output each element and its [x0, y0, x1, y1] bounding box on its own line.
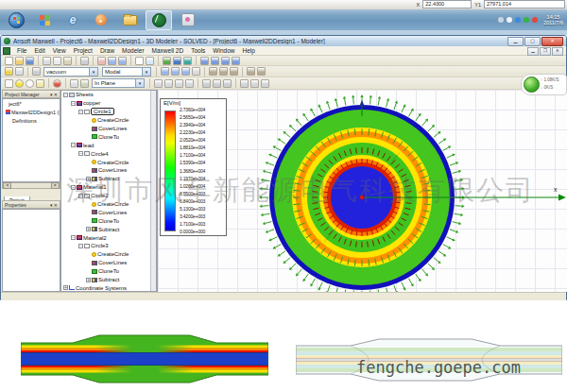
scroll-left-button[interactable]: ◂ — [3, 182, 11, 189]
tree-item-createcircle[interactable]: CreateCircle — [61, 200, 156, 209]
language-indicator[interactable] — [498, 17, 504, 23]
new-file-button[interactable] — [5, 57, 13, 65]
panel-header-buttons[interactable]: ▾ ✕ — [50, 92, 58, 97]
volume-icon[interactable] — [507, 17, 512, 23]
ansoft-maxwell-icon[interactable] — [146, 10, 172, 30]
tree-scrollbar[interactable] — [150, 91, 156, 291]
view-orient-button[interactable] — [202, 79, 211, 88]
menu-draw[interactable]: Draw — [96, 47, 118, 54]
folder-explorer-icon[interactable] — [117, 11, 142, 29]
boolean-subtract-button[interactable] — [173, 57, 181, 65]
plane-combobox[interactable]: In Plane▾ — [92, 78, 145, 88]
mesh-view-button[interactable] — [32, 67, 41, 76]
expander-icon[interactable]: − — [78, 194, 83, 198]
align-y-button[interactable] — [171, 67, 180, 76]
windows-colors-app-icon[interactable] — [32, 11, 57, 29]
grid-xz-button[interactable] — [261, 79, 269, 88]
tree-item-sheets[interactable]: −Sheets — [61, 91, 156, 99]
field-legend[interactable]: E[V/m] 2.7360e+0042.5650e+0042.3940e+004… — [160, 98, 227, 236]
expander-icon[interactable]: − — [78, 151, 83, 156]
delete-button[interactable] — [97, 57, 106, 65]
internet-explorer-icon[interactable]: e — [60, 11, 85, 29]
zoom-fit-button[interactable] — [146, 57, 154, 65]
tree-item-coverlines[interactable]: CoverLines — [61, 208, 156, 216]
field-calc-button[interactable] — [257, 67, 266, 76]
draw-ellipse-button[interactable] — [26, 79, 34, 88]
chevron-down-icon[interactable]: ▾ — [142, 68, 150, 76]
draw-circle-button[interactable] — [15, 79, 24, 88]
tree-item-circle3[interactable]: −Circle3 — [61, 242, 156, 250]
open-file-button[interactable] — [15, 57, 24, 65]
menu-file[interactable]: File — [13, 47, 30, 54]
paint-tool-icon[interactable] — [176, 11, 200, 29]
cut-button[interactable] — [43, 57, 51, 65]
solve-setup-button[interactable] — [209, 67, 217, 76]
undo-button[interactable] — [108, 57, 116, 65]
align-z-button[interactable] — [181, 67, 190, 76]
network-icon[interactable] — [515, 17, 521, 23]
properties-header[interactable]: Properties ▾ ✕ — [2, 200, 60, 209]
taskbar-clock[interactable]: 14:15 2011/7/6 — [543, 14, 563, 26]
tree-item-lead[interactable]: −lead — [61, 141, 156, 149]
panel-header-buttons[interactable]: ▾ ✕ — [50, 202, 58, 208]
net-speed-widget[interactable]: ↑ 1.08K/S ↓ 0K/S — [521, 74, 567, 95]
expander-icon[interactable]: − — [71, 143, 76, 147]
whats-this-button[interactable] — [15, 67, 24, 76]
arc-tool-button[interactable] — [211, 57, 219, 65]
tree-item-material2[interactable]: −Material2 — [61, 233, 156, 242]
tree-item-createcircle[interactable]: CreateCircle — [61, 158, 156, 166]
expander-icon[interactable]: + — [63, 285, 68, 290]
menu-maxwell-2d[interactable]: Maxwell 2D — [148, 47, 188, 54]
project-tree-item[interactable]: Maxwell2DDesign1 (E.. — [3, 108, 60, 116]
spline-tool-button[interactable] — [221, 57, 230, 65]
boolean-unite-button[interactable] — [163, 57, 171, 65]
solve-inside-button[interactable] — [219, 67, 228, 76]
minimize-button[interactable]: ▁ — [507, 37, 524, 46]
tree-item-createcircle[interactable]: CreateCircle — [61, 116, 156, 125]
copy-button[interactable] — [53, 57, 61, 65]
circle-tool-button[interactable] — [232, 57, 240, 65]
expander-icon[interactable]: + — [86, 227, 91, 231]
align-off-button[interactable] — [192, 67, 200, 76]
line-tool-button[interactable] — [200, 57, 209, 65]
tree-item-cloneto[interactable]: CloneTo — [61, 267, 156, 276]
tree-item-cloneto[interactable]: CloneTo — [61, 216, 156, 225]
stop-solve-button[interactable] — [53, 79, 61, 88]
media-player-icon[interactable]: ▸ — [89, 11, 113, 29]
expander-icon[interactable]: − — [63, 93, 68, 97]
speed-ball-icon[interactable] — [524, 77, 540, 93]
project-tree-item[interactable]: Definitions — [3, 116, 60, 125]
tree-item-subtract[interactable]: +Subtract — [61, 225, 156, 233]
snap-vertex-button[interactable] — [164, 79, 173, 88]
expander-icon[interactable]: + — [86, 278, 91, 282]
close-button[interactable]: ✕ — [541, 37, 563, 46]
expander-icon[interactable]: − — [71, 101, 76, 106]
solution-combobox[interactable]: Modal▾ — [102, 67, 151, 77]
modeler-viewport[interactable]: x E[V/m] 2.7360e+0042.5650e+0042.3940e+0… — [157, 90, 567, 292]
align-x-button[interactable] — [161, 67, 169, 76]
boolean-intersect-button[interactable] — [183, 57, 192, 65]
field-overlay-button[interactable] — [247, 67, 255, 76]
tree-item-coverlines[interactable]: CoverLines — [61, 125, 156, 133]
chevron-down-icon[interactable]: ▾ — [89, 68, 97, 76]
save-file-button[interactable] — [26, 57, 34, 65]
maximize-button[interactable]: ▢ — [524, 37, 541, 46]
paste-button[interactable] — [63, 57, 72, 65]
mdi-restore-button[interactable]: ❐ — [540, 47, 551, 56]
tree-item-material1[interactable]: −Material1 — [61, 183, 156, 192]
view-rotate-button[interactable] — [213, 79, 221, 88]
tree-item-createcircle[interactable]: CreateCircle — [61, 250, 156, 259]
mesh-ops-button[interactable] — [230, 67, 238, 76]
tree-item-circle4[interactable]: −Circle4 — [61, 149, 156, 158]
chevron-down-icon[interactable]: ▾ — [135, 79, 144, 87]
title-bar[interactable]: Ansoft Maxwell - Project6 - Maxwell2DDes… — [1, 36, 566, 46]
expander-icon[interactable]: − — [78, 244, 83, 248]
redo-button[interactable] — [118, 57, 127, 65]
project-tree-item[interactable]: ject6* — [3, 99, 60, 108]
antivirus-green-icon[interactable] — [524, 17, 529, 23]
draw-polyline-button[interactable] — [36, 79, 44, 88]
scroll-right-button[interactable]: ▸ — [51, 182, 60, 189]
tree-item-subtract[interactable]: +Subtract — [61, 276, 156, 284]
grid-yz-button[interactable] — [250, 79, 259, 88]
tree-item-circle2[interactable]: −Circle2 — [61, 192, 156, 200]
